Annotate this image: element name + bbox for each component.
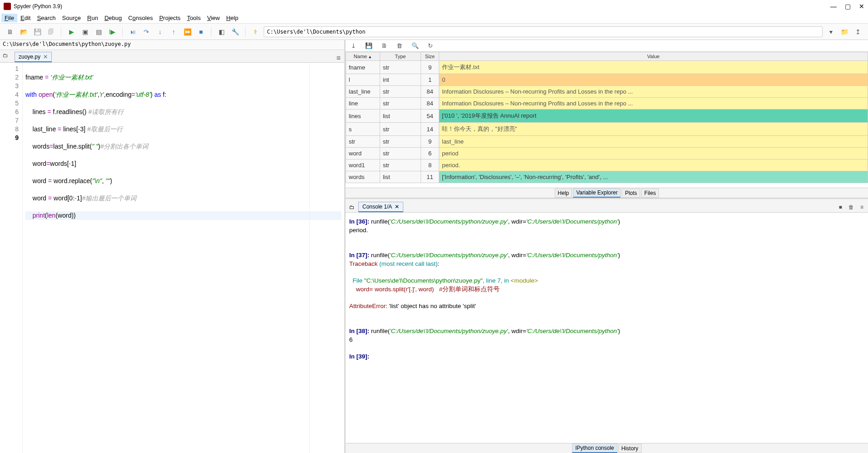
browse-dir-icon[interactable]: 📁 — [839, 26, 850, 37]
console-tab-label: Console 1/A — [362, 204, 392, 210]
variable-row[interactable]: strstr9last_line — [346, 136, 868, 148]
python-path-icon[interactable]: ⚕ — [250, 26, 261, 37]
file-path-bar: C:\Users\de'l\Documents\python\zuoye.py — [0, 40, 344, 50]
col-type[interactable]: Type — [380, 52, 421, 61]
run-icon[interactable]: ▶ — [66, 26, 77, 37]
editor-pane: C:\Users\de'l\Documents\python\zuoye.py … — [0, 40, 346, 453]
menu-consoles[interactable]: Consoles — [125, 14, 156, 22]
editor-tab-zuoye[interactable]: zuoye.py ✕ — [15, 52, 52, 62]
tab-history[interactable]: History — [618, 444, 642, 453]
import-data-icon[interactable]: ⤓ — [351, 42, 356, 49]
tab-plots[interactable]: Plots — [622, 189, 640, 198]
console-files-icon[interactable]: 🗀 — [349, 204, 355, 210]
title-bar: Spyder (Python 3.9) — ▢ ✕ — [0, 0, 868, 13]
step-into-icon[interactable]: ↓ — [155, 26, 166, 37]
save-data-icon[interactable]: 💾 — [365, 42, 372, 49]
run-cell-icon[interactable]: ▣ — [80, 26, 90, 37]
right-pane-tabs: Help Variable Explorer Plots Files — [346, 188, 868, 198]
save-all-icon[interactable]: 🗐 — [45, 26, 56, 37]
close-console-icon[interactable]: ✕ — [395, 204, 399, 210]
menu-debug[interactable]: Debug — [101, 14, 125, 22]
stop-icon[interactable]: ■ — [196, 26, 206, 37]
editor-options-icon[interactable]: ≡ — [336, 54, 341, 62]
close-tab-icon[interactable]: ✕ — [43, 54, 48, 60]
console-pane: 🗀 Console 1/A ✕ ■ 🗑 ≡ In [36]: runfile('… — [346, 199, 868, 453]
col-name[interactable]: Name▲ — [346, 52, 380, 61]
console-tab-bar: 🗀 Console 1/A ✕ ■ 🗑 ≡ — [346, 199, 868, 213]
variable-row[interactable]: last_linestr84Information Disclosures – … — [346, 86, 868, 98]
continue-icon[interactable]: ⏩ — [182, 26, 193, 37]
step-over-icon[interactable]: ↷ — [141, 26, 152, 37]
editor-tab-bar: 🗀 zuoye.py ✕ ≡ — [0, 50, 344, 63]
menu-source[interactable]: Source — [59, 14, 84, 22]
debug-icon[interactable]: ⏯ — [127, 26, 138, 37]
tab-help[interactable]: Help — [555, 189, 572, 198]
save-icon[interactable]: 💾 — [32, 26, 43, 37]
window-controls: — ▢ ✕ — [830, 3, 864, 10]
tab-variable-explorer[interactable]: Variable Explorer — [573, 188, 621, 198]
menu-edit[interactable]: Edit — [17, 14, 34, 22]
spyder-icon — [4, 3, 11, 10]
search-var-icon[interactable]: 🔍 — [411, 42, 419, 49]
line-number-gutter: 123456789 — [0, 63, 23, 453]
code-editor[interactable]: 123456789 fname = '作业一素材.txt' with open(… — [0, 63, 344, 453]
variable-row[interactable]: lineslist54['010 ', '2019年度报告 AnnuAl rep… — [346, 110, 868, 123]
parent-dir-icon[interactable]: ↥ — [853, 26, 863, 37]
variable-row[interactable]: wordslist11['Information', 'Disclosures'… — [346, 171, 868, 183]
wd-dropdown-icon[interactable]: ▾ — [825, 26, 836, 37]
window-title: Spyder (Python 3.9) — [14, 3, 830, 10]
step-out-icon[interactable]: ↑ — [168, 26, 179, 37]
stop-console-icon[interactable]: ■ — [839, 204, 842, 210]
tab-files-icon[interactable]: 🗀 — [3, 52, 11, 60]
run-selection-icon[interactable]: I▶ — [107, 26, 118, 37]
editor-tab-label: zuoye.py — [19, 54, 40, 60]
menu-projects[interactable]: Projects — [156, 14, 184, 22]
menu-search[interactable]: Search — [34, 14, 59, 22]
tab-ipython-console[interactable]: IPython console — [572, 443, 617, 453]
code-content[interactable]: fname = '作业一素材.txt' with open('作业一素材.txt… — [23, 63, 344, 453]
clear-console-icon[interactable]: 🗑 — [848, 204, 854, 210]
menu-help[interactable]: Help — [223, 14, 241, 22]
menu-tools[interactable]: Tools — [184, 14, 204, 22]
menu-run[interactable]: Run — [84, 14, 101, 22]
run-cell-advance-icon[interactable]: ▤ — [93, 26, 104, 37]
save-data-as-icon[interactable]: 🗎 — [381, 42, 387, 49]
open-file-icon[interactable]: 📂 — [18, 26, 29, 37]
variable-row[interactable]: fnamestr9作业一素材.txt — [346, 61, 868, 74]
variable-table[interactable]: Name▲ Type Size Value fnamestr9作业一素材.txt… — [346, 52, 868, 188]
console-bottom-tabs: IPython console History — [346, 443, 868, 453]
col-size[interactable]: Size — [421, 52, 439, 61]
refresh-vars-icon[interactable]: ↻ — [428, 42, 433, 49]
col-value[interactable]: Value — [439, 52, 868, 61]
variable-row[interactable]: sstr14哇！你今天，真的，"好漂亮" — [346, 123, 868, 136]
variable-row[interactable]: linestr84Information Disclosures – Non-r… — [346, 98, 868, 110]
tab-files[interactable]: Files — [641, 189, 659, 198]
remove-all-icon[interactable]: 🗑 — [396, 42, 402, 49]
menu-view[interactable]: View — [204, 14, 223, 22]
variable-row[interactable]: word1str8period. — [346, 159, 868, 171]
variable-explorer: ⤓ 💾 🗎 🗑 🔍 ↻ Name▲ Type Size Value — [346, 40, 868, 199]
variable-row[interactable]: wordstr6period — [346, 148, 868, 159]
variable-row[interactable]: lint10 — [346, 74, 868, 86]
console-tab[interactable]: Console 1/A ✕ — [358, 202, 403, 212]
layout-icon[interactable]: ◧ — [216, 26, 227, 37]
right-pane: ⤓ 💾 🗎 🗑 🔍 ↻ Name▲ Type Size Value — [346, 40, 868, 453]
working-directory-field[interactable]: C:\Users\de'l\Documents\python — [264, 26, 823, 37]
menu-file[interactable]: File — [1, 14, 17, 22]
console-options-icon[interactable]: ≡ — [860, 204, 863, 210]
console-output[interactable]: In [36]: runfile('C:/Users/de\'l/Documen… — [346, 213, 868, 443]
new-file-icon[interactable]: 🗎 — [5, 26, 15, 37]
menu-bar: File Edit Search Source Run Debug Consol… — [0, 13, 868, 24]
variable-explorer-toolbar: ⤓ 💾 🗎 🗑 🔍 ↻ — [346, 40, 868, 52]
maximize-button[interactable]: ▢ — [845, 3, 851, 10]
preferences-icon[interactable]: 🔧 — [230, 26, 241, 37]
close-button[interactable]: ✕ — [859, 3, 864, 10]
main-toolbar: 🗎 📂 💾 🗐 ▶ ▣ ▤ I▶ ⏯ ↷ ↓ ↑ ⏩ ■ ◧ 🔧 ⚕ C:\Us… — [0, 24, 868, 40]
minimize-button[interactable]: — — [830, 3, 837, 10]
